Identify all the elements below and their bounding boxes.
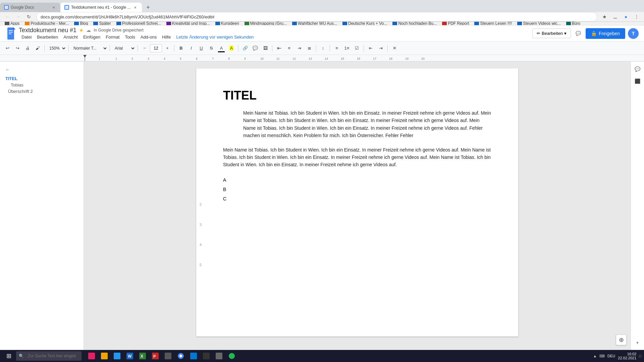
bookmark-mindmapping[interactable]: Mindmapping (Gru... bbox=[243, 22, 289, 25]
bookmark-apps[interactable]: Apps bbox=[3, 22, 21, 25]
outline-item-titel[interactable]: TITEL bbox=[5, 76, 78, 81]
taskbar-app-3[interactable] bbox=[111, 350, 123, 362]
bookmark-spaeter[interactable]: Später bbox=[91, 22, 113, 25]
clear-format-button[interactable]: ✕ bbox=[390, 44, 399, 53]
outline-item-ueberschrift2[interactable]: Überschrift 2 bbox=[5, 89, 78, 94]
start-button[interactable]: ⊞ bbox=[3, 350, 15, 362]
list-item-b[interactable]: B bbox=[223, 185, 491, 194]
list-item-a[interactable]: A bbox=[223, 175, 491, 185]
decrease-font-button[interactable]: − bbox=[140, 44, 149, 53]
bookmark-hochladen[interactable]: Noch hochladen Bu... bbox=[390, 22, 439, 25]
menu-format[interactable]: Format bbox=[103, 34, 122, 40]
bookmark-button[interactable]: ★ bbox=[600, 12, 609, 21]
text-color-button[interactable]: A bbox=[217, 44, 226, 53]
taskbar-search-input[interactable] bbox=[25, 351, 79, 361]
menu-hilfe[interactable]: Hilfe bbox=[159, 34, 173, 40]
highlight-color-button[interactable]: A bbox=[227, 44, 236, 53]
back-button[interactable]: ← bbox=[3, 12, 12, 21]
bookmark-pdf[interactable]: PDF Report bbox=[440, 22, 471, 25]
address-bar[interactable]: docs.google.com/document/d/1hUH8k6h7Lb8y… bbox=[36, 12, 597, 21]
refresh-button[interactable]: ↻ bbox=[24, 12, 34, 21]
bookmark-blog[interactable]: Blog bbox=[72, 22, 90, 25]
font-select[interactable]: Arial bbox=[112, 44, 136, 53]
list-item-c[interactable]: C bbox=[223, 194, 491, 203]
menu-tools[interactable]: Tools bbox=[122, 34, 138, 40]
strikethrough-button[interactable]: S bbox=[207, 44, 216, 53]
bookmark-buero[interactable]: Büro bbox=[564, 22, 582, 25]
checklist-button[interactable]: ☑ bbox=[352, 44, 362, 53]
outline-item-tobias[interactable]: Tobias bbox=[5, 82, 78, 87]
right-panel-chat[interactable]: ⬛ bbox=[633, 76, 642, 86]
right-panel-comments[interactable]: 💬 bbox=[633, 64, 642, 74]
align-center-button[interactable]: ≡ bbox=[284, 44, 294, 53]
bookmark-kreativ[interactable]: Kreativität und Insp... bbox=[164, 22, 212, 25]
taskbar-app-5[interactable] bbox=[162, 350, 174, 362]
document-title[interactable]: TITEL bbox=[223, 88, 491, 103]
zoom-select[interactable]: 150% bbox=[47, 44, 66, 53]
right-panel-zoom-in[interactable]: + bbox=[633, 338, 642, 347]
numbered-button[interactable]: 1≡ bbox=[342, 44, 352, 53]
menu-ansicht[interactable]: Ansicht bbox=[61, 34, 80, 40]
bookmark-steuern-videos[interactable]: Steuern Videos wic... bbox=[515, 22, 563, 25]
underline-button[interactable]: U bbox=[197, 44, 206, 53]
document-para1[interactable]: Mein Name ist Tobias. Ich bin Student in… bbox=[243, 109, 491, 139]
settings-button[interactable]: ⋮ bbox=[632, 12, 641, 21]
taskbar-app-8[interactable] bbox=[213, 350, 225, 362]
redo-button[interactable]: ↪ bbox=[13, 44, 22, 53]
sidebar-back[interactable]: ← bbox=[5, 67, 78, 72]
forward-button[interactable]: → bbox=[13, 12, 23, 21]
taskbar-app-files[interactable] bbox=[86, 350, 98, 362]
taskbar-app-explorer[interactable] bbox=[98, 350, 110, 362]
taskbar-app-excel[interactable]: X bbox=[137, 350, 149, 362]
menu-addons[interactable]: Add-ons bbox=[138, 34, 159, 40]
increase-font-button[interactable]: + bbox=[163, 44, 172, 53]
menu-einfuegen[interactable]: Einfügen bbox=[80, 34, 103, 40]
bookmark-deutschkurs[interactable]: Deutsche Kurs + Vo... bbox=[340, 22, 389, 25]
taskbar-app-chrome[interactable] bbox=[175, 350, 187, 362]
paint-format-button[interactable]: 🖌 bbox=[33, 44, 42, 53]
line-spacing-button[interactable]: ↕ bbox=[318, 44, 328, 53]
tab-google-docs[interactable]: Google Docs ✕ bbox=[0, 3, 60, 12]
taskbar-app-word[interactable]: W bbox=[124, 350, 136, 362]
undo-button[interactable]: ↩ bbox=[3, 44, 12, 53]
tab-textdoc-close[interactable]: ✕ bbox=[132, 5, 138, 10]
comments-button[interactable]: 💬 bbox=[574, 29, 583, 38]
link-button[interactable]: 🔗 bbox=[240, 44, 250, 53]
italic-button[interactable]: I bbox=[186, 44, 196, 53]
image-button[interactable]: 🖼 bbox=[261, 44, 270, 53]
star-icon[interactable]: ★ bbox=[79, 27, 84, 33]
zoom-button[interactable]: ⊕ bbox=[616, 335, 627, 345]
bookmark-steuern-lesen[interactable]: Steuern Lesen !!!! bbox=[472, 22, 514, 25]
new-tab-button[interactable]: + bbox=[143, 3, 153, 12]
taskbar-app-7[interactable] bbox=[200, 350, 212, 362]
user-avatar[interactable]: T bbox=[628, 28, 639, 39]
bookmark-professionell[interactable]: Professionell Schrei... bbox=[114, 22, 163, 25]
menu-last-change[interactable]: Letzte Änderung vor wenigen Sekunden bbox=[173, 34, 256, 40]
indent-less-button[interactable]: ⇤ bbox=[366, 44, 375, 53]
taskbar-app-powerpoint[interactable]: P bbox=[149, 350, 161, 362]
profile-button[interactable]: ● bbox=[621, 12, 631, 21]
menu-datei[interactable]: Datei bbox=[19, 34, 34, 40]
document-area[interactable]: 2 3 4 5 TITEL Mein Name ist Tobias. Ich … bbox=[84, 62, 631, 350]
taskbar-search-area[interactable]: 🔍 bbox=[16, 351, 82, 361]
align-right-button[interactable]: ⇥ bbox=[294, 44, 304, 53]
comment-button[interactable]: 💬 bbox=[251, 44, 260, 53]
align-left-button[interactable]: ⇤ bbox=[274, 44, 284, 53]
font-size-input[interactable] bbox=[150, 44, 162, 52]
taskbar-app-edge[interactable] bbox=[187, 350, 200, 362]
indent-more-button[interactable]: ⇥ bbox=[376, 44, 385, 53]
tab-textdoc[interactable]: Textdokument neu #1 - Google ... ✕ bbox=[60, 3, 142, 12]
style-select[interactable]: Normaler T... bbox=[71, 44, 108, 53]
share-button[interactable]: 🔒 Freigeben bbox=[586, 28, 625, 39]
document-para2[interactable]: Mein Name ist Tobias. Ich bin Student in… bbox=[223, 146, 491, 169]
tab-google-docs-close[interactable]: ✕ bbox=[51, 5, 56, 10]
bookmark-produktsuche[interactable]: Produktsuche - Mer... bbox=[23, 22, 71, 25]
menu-bearbeiten[interactable]: Bearbeiten bbox=[34, 34, 61, 40]
taskbar-app-spotify[interactable] bbox=[226, 350, 238, 362]
bookmark-kursideen[interactable]: Kursideen bbox=[213, 22, 241, 25]
doc-title[interactable]: Textdokument neu #1 bbox=[19, 27, 76, 34]
align-justify-button[interactable]: ≣ bbox=[305, 44, 314, 53]
extensions-button[interactable]: ⚊ bbox=[610, 12, 620, 21]
print-button[interactable]: 🖨 bbox=[23, 44, 32, 53]
bold-button[interactable]: B bbox=[176, 44, 186, 53]
